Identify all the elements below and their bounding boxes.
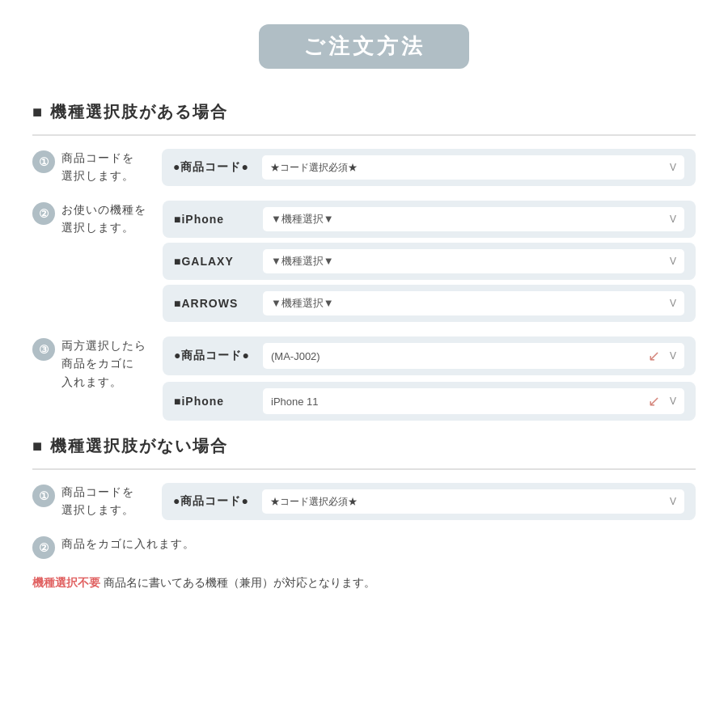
step1-dropdown-row[interactable]: ●商品コード● ★コード選択必須★ V <box>162 149 696 186</box>
section2-step1-value[interactable]: ★コード選択必須★ V <box>262 489 684 514</box>
title-box: ご注文方法 <box>259 24 469 69</box>
step1-right: ●商品コード● ★コード選択必須★ V <box>162 149 696 186</box>
step2-arrows-chevron: V <box>670 298 676 309</box>
section2-step1-label: ●商品コード● <box>173 494 254 509</box>
step3-iphone-arrow-icon: ↙ <box>648 392 660 410</box>
step3-right: ●商品コード● (MA-J002) ↙ V ■iPhone iPhone 11 … <box>163 336 696 421</box>
step2-arrows-label: ■ARROWS <box>174 297 255 310</box>
step3-code-label: ●商品コード● <box>174 349 255 363</box>
step1-left: ① 商品コードを選択します。 <box>32 149 146 185</box>
step1-circle: ① <box>32 150 55 173</box>
step2-dropdown-group: ■iPhone ▼機種選択▼ V ■GALAXY ▼機種選択▼ V ■ARROW… <box>163 201 696 322</box>
step2-circle: ② <box>32 202 55 225</box>
section1-header: 機種選択肢がある場合 <box>32 101 696 123</box>
section1-step3: ③ 両方選択したら商品をカゴに入れます。 ●商品コード● (MA-J002) ↙… <box>32 336 696 421</box>
section2-step1-text: 商品コードを選択します。 <box>61 483 134 519</box>
step2-arrows-row[interactable]: ■ARROWS ▼機種選択▼ V <box>163 285 696 322</box>
page-title: ご注文方法 <box>303 34 425 58</box>
section2-step2-left: ② 商品をカゴに入れます。 <box>32 535 195 559</box>
bottom-note: 機種選択不要 商品名に書いてある機種（兼用）が対応となります。 <box>32 574 696 593</box>
step3-text: 両方選択したら商品をカゴに入れます。 <box>61 336 146 391</box>
section1-step2: ② お使いの機種を選択します。 ■iPhone ▼機種選択▼ V ■GALAXY… <box>32 201 696 322</box>
step2-right: ■iPhone ▼機種選択▼ V ■GALAXY ▼機種選択▼ V ■ARROW… <box>163 201 696 322</box>
section2-step2-text: 商品をカゴに入れます。 <box>61 535 195 552</box>
section2-step1-chevron: V <box>670 496 676 507</box>
step3-code-row[interactable]: ●商品コード● (MA-J002) ↙ V <box>163 336 696 375</box>
step2-text: お使いの機種を選択します。 <box>61 201 146 237</box>
step2-iphone-row[interactable]: ■iPhone ▼機種選択▼ V <box>163 201 696 238</box>
step2-galaxy-row[interactable]: ■GALAXY ▼機種選択▼ V <box>163 243 696 280</box>
section1-divider <box>32 134 696 136</box>
section2-step2: ② 商品をカゴに入れます。 <box>32 535 696 559</box>
step3-code-arrow-icon: ↙ <box>648 347 660 365</box>
step3-group: ●商品コード● (MA-J002) ↙ V ■iPhone iPhone 11 … <box>163 336 696 421</box>
step3-left: ③ 両方選択したら商品をカゴに入れます。 <box>32 336 146 391</box>
section2-step1-circle: ① <box>32 485 55 507</box>
section2-header: 機種選択肢がない場合 <box>32 435 696 457</box>
iphone11-text: iPhone 11 <box>271 396 319 408</box>
step1-dropdown-value[interactable]: ★コード選択必須★ V <box>262 155 684 180</box>
step2-iphone-label: ■iPhone <box>174 213 255 226</box>
step2-galaxy-label: ■GALAXY <box>174 255 255 268</box>
step3-circle: ③ <box>32 338 55 361</box>
step3-code-value[interactable]: (MA-J002) ↙ V <box>263 343 684 369</box>
step1-dropdown-label: ●商品コード● <box>173 160 254 175</box>
step3-iphone-label: ■iPhone <box>174 395 255 408</box>
title-section: ご注文方法 <box>32 16 696 85</box>
step2-left: ② お使いの機種を選択します。 <box>32 201 146 237</box>
note-text: 商品名に書いてある機種（兼用）が対応となります。 <box>100 576 375 589</box>
section2-divider <box>32 468 696 470</box>
step3-iphone-row[interactable]: ■iPhone iPhone 11 ↙ V <box>163 382 696 421</box>
step3-code-chevron: V <box>670 350 676 362</box>
step2-arrows-value[interactable]: ▼機種選択▼ V <box>263 291 684 315</box>
step2-galaxy-chevron: V <box>670 256 676 267</box>
note-pink-text: 機種選択不要 <box>32 576 100 589</box>
section2-step1-dropdown-row[interactable]: ●商品コード● ★コード選択必須★ V <box>162 483 696 520</box>
step3-iphone-value[interactable]: iPhone 11 ↙ V <box>263 388 684 414</box>
section2-step1-left: ① 商品コードを選択します。 <box>32 483 146 519</box>
step1-text: 商品コードを選択します。 <box>61 149 134 185</box>
step2-galaxy-value[interactable]: ▼機種選択▼ V <box>263 249 684 273</box>
section1-step1: ① 商品コードを選択します。 ●商品コード● ★コード選択必須★ V <box>32 149 696 186</box>
section2-step1: ① 商品コードを選択します。 ●商品コード● ★コード選択必須★ V <box>32 483 696 520</box>
step2-iphone-chevron: V <box>670 214 676 225</box>
section2-step1-right: ●商品コード● ★コード選択必須★ V <box>162 483 696 520</box>
step2-iphone-value[interactable]: ▼機種選択▼ V <box>263 207 684 231</box>
step3-iphone-chevron: V <box>670 396 676 407</box>
section2-step2-circle: ② <box>32 536 55 559</box>
step1-chevron-icon: V <box>670 162 676 173</box>
